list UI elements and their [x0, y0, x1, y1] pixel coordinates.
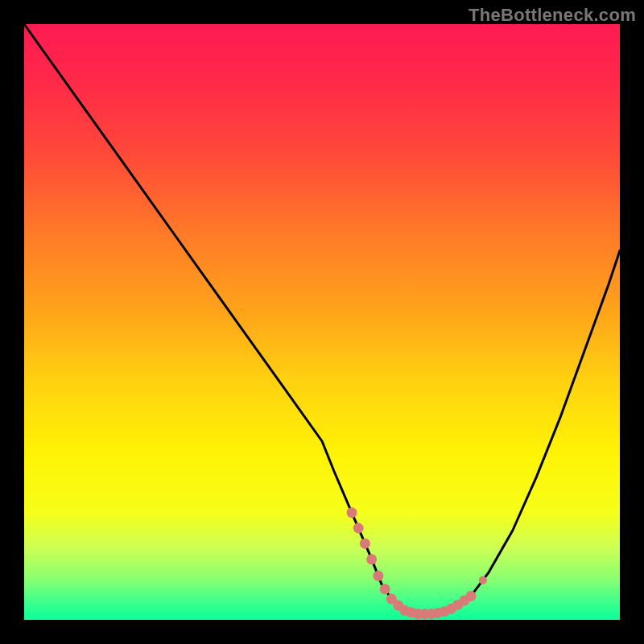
optimal-point: [380, 584, 390, 594]
optimal-point: [366, 554, 377, 564]
gradient-background: [24, 24, 620, 620]
optimal-point: [466, 591, 477, 601]
chart-frame: TheBottleneck.com: [0, 0, 644, 644]
bottleneck-chart: [24, 24, 620, 620]
optimal-point: [360, 539, 370, 549]
optimal-endpoint: [479, 576, 487, 584]
watermark-text: TheBottleneck.com: [469, 5, 636, 26]
optimal-point: [373, 571, 383, 581]
plot-area: [24, 24, 620, 620]
optimal-point: [353, 523, 364, 534]
optimal-point: [347, 507, 357, 518]
